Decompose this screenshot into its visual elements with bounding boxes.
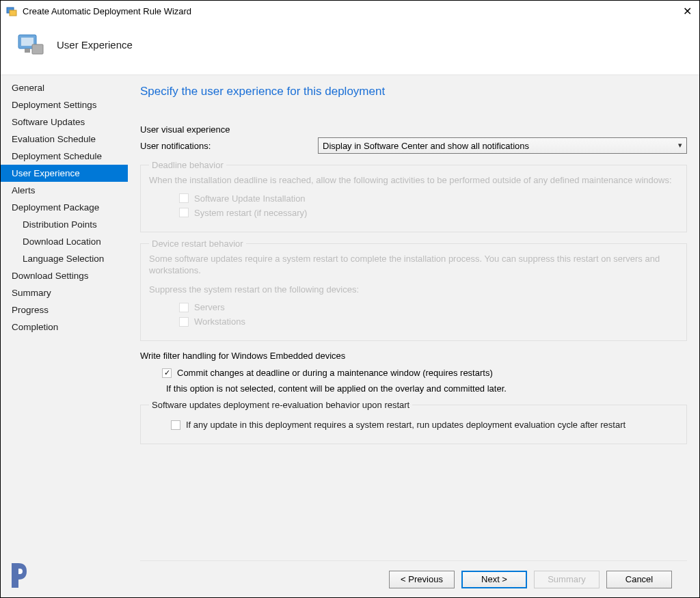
notifications-dropdown[interactable]: Display in Software Center and show all …	[318, 137, 687, 154]
nav-deployment-schedule[interactable]: Deployment Schedule	[1, 148, 128, 165]
deadline-desc: When the installation deadline is reache…	[149, 174, 678, 187]
header-icon	[14, 28, 47, 61]
svg-rect-5	[25, 49, 30, 53]
title-bar: Create Automatic Deployment Rule Wizard …	[1, 1, 699, 21]
embedded-commit-label: Commit changes at deadline or during a m…	[177, 368, 493, 378]
nav-distribution-points[interactable]: Distribution Points	[1, 216, 128, 233]
restart-desc2: Suppress the system restart on the follo…	[149, 284, 678, 296]
nav-language-selection[interactable]: Language Selection	[1, 250, 128, 267]
window-title: Create Automatic Deployment Rule Wizard	[23, 6, 680, 16]
embedded-group: Write filter handling for Windows Embedd…	[140, 351, 687, 394]
close-button[interactable]: ✕	[680, 5, 694, 18]
wizard-footer: < Previous Next > Summary Cancel	[140, 560, 687, 597]
suppress-servers-label: Servers	[194, 302, 225, 312]
deadline-restart-checkbox	[179, 208, 189, 217]
svg-rect-3	[21, 38, 33, 46]
wizard-body: General Deployment Settings Software Upd…	[1, 74, 699, 597]
restart-desc1: Some software updates require a system r…	[149, 253, 678, 277]
reeval-label: If any update in this deployment require…	[186, 420, 625, 430]
wizard-header: User Experience	[1, 21, 699, 74]
nav-summary[interactable]: Summary	[1, 284, 128, 301]
nav-progress[interactable]: Progress	[1, 301, 128, 318]
suppress-workstations-checkbox	[179, 317, 189, 327]
notifications-label: User notifications:	[140, 141, 318, 151]
next-button[interactable]: Next >	[461, 571, 527, 588]
content-pane: Specify the user experience for this dep…	[128, 75, 699, 597]
nav-user-experience[interactable]: User Experience	[1, 165, 128, 182]
restart-behavior-group: Device restart behavior Some software up…	[140, 243, 687, 342]
deadline-restart-label: System restart (if necessary)	[194, 208, 307, 218]
suppress-workstations-label: Workstations	[194, 316, 245, 327]
deadline-install-checkbox	[179, 193, 189, 203]
nav-deployment-settings[interactable]: Deployment Settings	[1, 96, 128, 113]
previous-button[interactable]: < Previous	[389, 571, 455, 588]
embedded-commit-checkbox[interactable]	[162, 368, 172, 378]
deadline-legend: Deadline behavior	[149, 160, 226, 170]
reeval-legend: Software updates deployment re-evaluatio…	[149, 400, 412, 410]
page-title: Specify the user experience for this dep…	[140, 85, 687, 98]
suppress-servers-checkbox	[179, 303, 189, 312]
cancel-button[interactable]: Cancel	[606, 571, 672, 588]
nav-general[interactable]: General	[1, 79, 128, 96]
chevron-down-icon: ▾	[678, 141, 682, 150]
nav-evaluation-schedule[interactable]: Evaluation Schedule	[1, 131, 128, 148]
notifications-value: Display in Software Center and show all …	[323, 141, 529, 151]
header-title: User Experience	[57, 39, 133, 51]
nav-deployment-package[interactable]: Deployment Package	[1, 199, 128, 216]
wizard-nav: General Deployment Settings Software Upd…	[1, 75, 128, 597]
visual-experience-label: User visual experience	[140, 124, 687, 135]
window-icon	[6, 5, 17, 16]
nav-completion[interactable]: Completion	[1, 318, 128, 336]
embedded-note: If this option is not selected, content …	[166, 383, 687, 394]
reeval-checkbox[interactable]	[171, 420, 180, 430]
svg-rect-1	[10, 10, 16, 16]
nav-alerts[interactable]: Alerts	[1, 182, 128, 199]
deadline-behavior-group: Deadline behavior When the installation …	[140, 165, 687, 232]
nav-download-settings[interactable]: Download Settings	[1, 267, 128, 284]
reeval-group: Software updates deployment re-evaluatio…	[140, 405, 687, 444]
restart-legend: Device restart behavior	[149, 239, 246, 249]
embedded-legend: Write filter handling for Windows Embedd…	[140, 351, 687, 361]
watermark-icon	[9, 558, 36, 590]
nav-download-location[interactable]: Download Location	[1, 233, 128, 250]
svg-rect-4	[32, 44, 43, 54]
deadline-install-label: Software Update Installation	[194, 193, 306, 204]
wizard-window: Create Automatic Deployment Rule Wizard …	[0, 0, 700, 598]
nav-software-updates[interactable]: Software Updates	[1, 113, 128, 131]
summary-button: Summary	[534, 571, 600, 588]
